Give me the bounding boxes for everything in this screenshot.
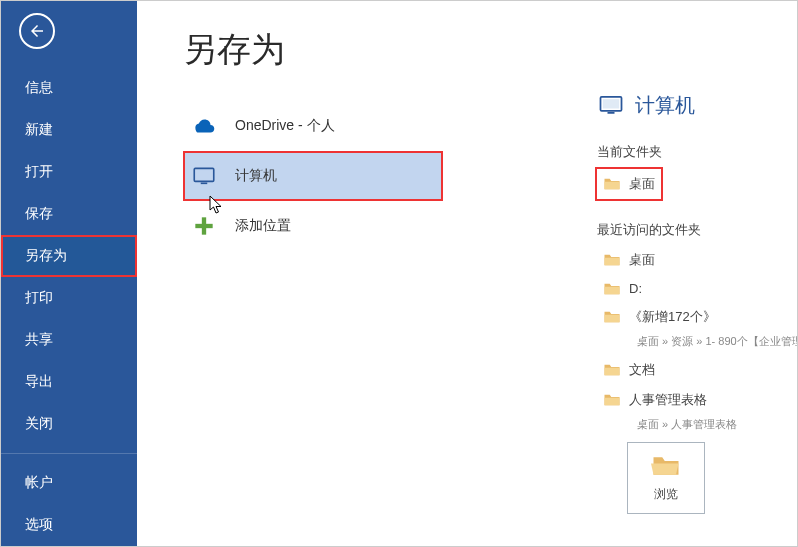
recent-folder[interactable]: D:: [597, 277, 798, 300]
folder-icon: [603, 363, 621, 377]
location-label: 添加位置: [235, 217, 291, 235]
sidebar-item-save[interactable]: 保存: [1, 193, 137, 235]
recent-label: 最近访问的文件夹: [597, 221, 798, 239]
folder-icon: [603, 310, 621, 324]
current-folder[interactable]: 桌面: [597, 169, 661, 199]
sidebar: 信息 新建 打开 保存 另存为 打印 共享 导出 关闭 帐户 选项: [1, 1, 137, 546]
current-folder-label: 当前文件夹: [597, 143, 798, 161]
folder-name: 《新增172个》: [629, 308, 716, 326]
folder-name: 桌面: [629, 175, 655, 193]
onedrive-icon: [191, 113, 217, 139]
folder-icon: [603, 253, 621, 267]
right-pane: 计算机 当前文件夹 桌面 最近访问的文件夹 桌面 D: 《新增172个》 桌面 …: [597, 91, 798, 514]
location-computer[interactable]: 计算机: [183, 151, 443, 201]
location-add[interactable]: 添加位置: [183, 201, 443, 251]
recent-folder[interactable]: 桌面: [597, 247, 798, 273]
svg-rect-2: [196, 171, 211, 180]
main-content: 另存为 OneDrive - 个人 计算机 添加位置: [137, 1, 797, 546]
right-header-title: 计算机: [635, 92, 695, 119]
browse-label: 浏览: [654, 486, 678, 503]
sidebar-item-new[interactable]: 新建: [1, 109, 137, 151]
location-label: OneDrive - 个人: [235, 117, 335, 135]
computer-icon: [597, 91, 625, 119]
computer-icon: [191, 163, 217, 189]
sidebar-item-options[interactable]: 选项: [1, 504, 137, 546]
sidebar-item-export[interactable]: 导出: [1, 361, 137, 403]
folder-name: 桌面: [629, 251, 655, 269]
page-title: 另存为: [183, 27, 285, 73]
sidebar-item-info[interactable]: 信息: [1, 67, 137, 109]
location-onedrive[interactable]: OneDrive - 个人: [183, 101, 443, 151]
sidebar-item-open[interactable]: 打开: [1, 151, 137, 193]
svg-rect-7: [603, 99, 619, 108]
folder-name: 文档: [629, 361, 655, 379]
right-header: 计算机: [597, 91, 798, 119]
folder-icon: [603, 393, 621, 407]
sidebar-item-print[interactable]: 打印: [1, 277, 137, 319]
divider: [1, 453, 137, 454]
sidebar-item-close[interactable]: 关闭: [1, 403, 137, 445]
location-list: OneDrive - 个人 计算机 添加位置: [183, 101, 443, 251]
back-button[interactable]: [19, 13, 55, 49]
recent-folder[interactable]: 人事管理表格: [597, 387, 798, 413]
svg-rect-6: [608, 112, 615, 114]
folder-path: 桌面 » 人事管理表格: [637, 417, 798, 432]
folder-path: 桌面 » 资源 » 1- 890个【企业管理表格大全】» 2-...: [637, 334, 798, 349]
recent-folder[interactable]: 文档: [597, 357, 798, 383]
folder-icon: [603, 282, 621, 296]
folder-name: D:: [629, 281, 642, 296]
svg-rect-4: [195, 224, 212, 228]
svg-rect-1: [201, 183, 208, 185]
folder-icon: [603, 177, 621, 191]
browse-button[interactable]: 浏览: [627, 442, 705, 514]
sidebar-item-account[interactable]: 帐户: [1, 462, 137, 504]
sidebar-item-saveas[interactable]: 另存为: [1, 235, 137, 277]
recent-folder[interactable]: 《新增172个》: [597, 304, 798, 330]
folder-open-icon: [651, 454, 681, 478]
location-label: 计算机: [235, 167, 277, 185]
sidebar-item-share[interactable]: 共享: [1, 319, 137, 361]
arrow-left-icon: [28, 22, 46, 40]
folder-name: 人事管理表格: [629, 391, 707, 409]
plus-icon: [191, 213, 217, 239]
